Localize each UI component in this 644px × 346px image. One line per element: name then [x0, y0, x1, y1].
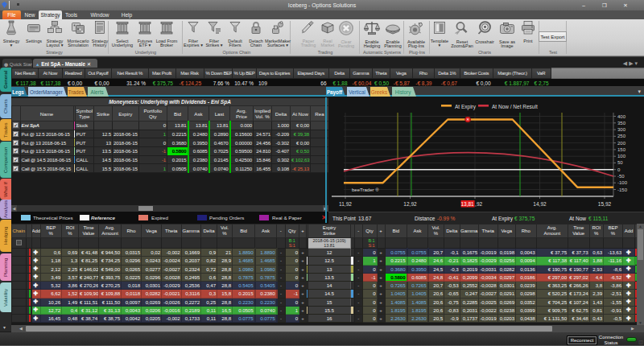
svg-text:11,92: 11,92: [339, 201, 352, 207]
svg-text:150: 150: [617, 147, 626, 152]
svg-text:350: 350: [617, 121, 626, 126]
svg-text:beeTrader ®: beeTrader ®: [352, 187, 379, 192]
svg-text:-100: -100: [617, 180, 628, 185]
svg-text:100: 100: [617, 154, 626, 159]
svg-text:,92: ,92: [475, 201, 482, 207]
svg-text:300: 300: [617, 127, 626, 132]
svg-text:-50: -50: [617, 174, 625, 179]
svg-text:-150: -150: [617, 187, 628, 192]
svg-text:13,81: 13,81: [460, 201, 474, 207]
svg-text:250: 250: [617, 134, 626, 138]
svg-text:400: 400: [617, 114, 626, 119]
svg-text:200: 200: [617, 141, 626, 146]
svg-text:At Expiry: At Expiry: [455, 104, 477, 110]
svg-text:15,92: 15,92: [598, 201, 612, 207]
svg-text:12,92: 12,92: [403, 201, 417, 207]
svg-text:At Now / Net Result: At Now / Net Result: [492, 104, 538, 109]
svg-text:✕: ✕: [466, 117, 469, 122]
svg-text:14,92: 14,92: [533, 201, 547, 207]
svg-text:50: 50: [617, 160, 623, 165]
